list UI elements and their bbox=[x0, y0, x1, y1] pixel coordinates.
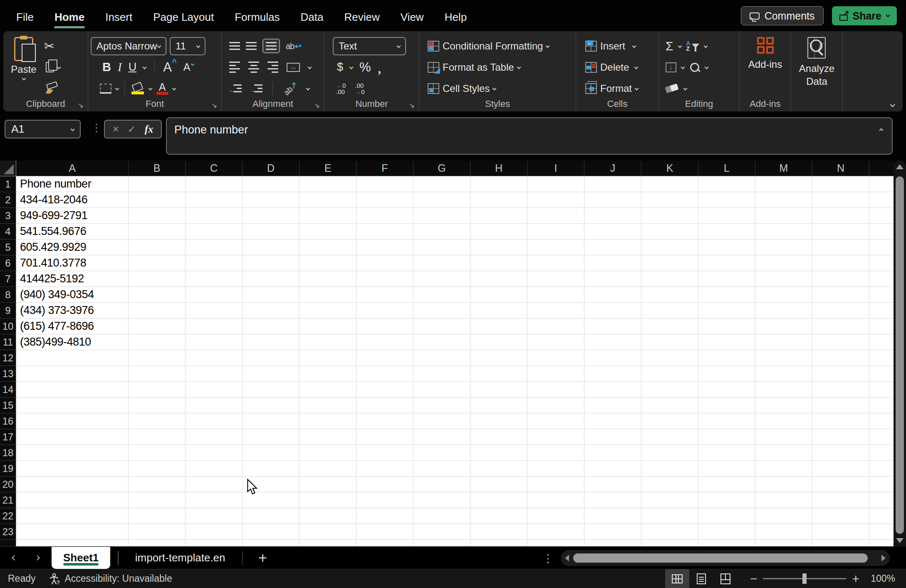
cell-G15[interactable] bbox=[413, 398, 470, 413]
cell-J10[interactable] bbox=[584, 319, 641, 334]
cell-O21[interactable] bbox=[869, 492, 894, 508]
align-bottom-button[interactable] bbox=[262, 39, 280, 53]
cell-D9[interactable] bbox=[243, 303, 300, 319]
chevron-down-icon[interactable] bbox=[678, 44, 682, 48]
orientation-icon[interactable]: ab bbox=[282, 79, 299, 97]
cell-H16[interactable] bbox=[470, 413, 527, 429]
cell-N4[interactable] bbox=[812, 224, 869, 240]
cell-M20[interactable] bbox=[755, 477, 812, 492]
cell-M15[interactable] bbox=[755, 398, 812, 413]
accessibility-status[interactable]: ? Accessibility: Unavailable bbox=[50, 573, 172, 585]
cell-E18[interactable] bbox=[300, 445, 356, 461]
cell-partial-A[interactable] bbox=[16, 540, 129, 546]
normal-view-button[interactable] bbox=[665, 569, 689, 588]
cell-I10[interactable] bbox=[527, 319, 584, 334]
collapse-ribbon-chevron-icon[interactable] bbox=[890, 102, 895, 107]
cell-A14[interactable] bbox=[16, 382, 129, 398]
cell-G3[interactable] bbox=[413, 208, 470, 224]
cell-D14[interactable] bbox=[243, 382, 300, 398]
cell-A18[interactable] bbox=[16, 445, 129, 461]
cell-F18[interactable] bbox=[356, 445, 413, 461]
new-sheet-button[interactable]: + bbox=[248, 552, 278, 564]
cell-K4[interactable] bbox=[641, 224, 698, 240]
cell-A3[interactable]: 949-699-2791 bbox=[16, 208, 129, 224]
chevron-down-icon[interactable] bbox=[705, 65, 709, 69]
menu-tab-file[interactable]: File bbox=[6, 3, 44, 31]
cell-J17[interactable] bbox=[584, 429, 641, 445]
column-header-G[interactable]: G bbox=[413, 161, 470, 176]
cell-G14[interactable] bbox=[413, 382, 470, 398]
menu-tab-insert[interactable]: Insert bbox=[95, 3, 143, 31]
cell-J9[interactable] bbox=[584, 303, 641, 319]
cell-E16[interactable] bbox=[300, 413, 356, 429]
cell-D1[interactable] bbox=[243, 176, 300, 192]
chevron-down-icon[interactable] bbox=[683, 86, 688, 91]
cell-A10[interactable]: (615) 477-8696 bbox=[16, 319, 129, 334]
row-header-16[interactable]: 16 bbox=[0, 413, 16, 429]
cell-F7[interactable] bbox=[356, 271, 413, 287]
font-name-combo[interactable]: Aptos Narrow bbox=[91, 37, 166, 55]
cell-J7[interactable] bbox=[584, 271, 641, 287]
cell-C3[interactable] bbox=[186, 208, 243, 224]
column-header-L[interactable]: L bbox=[698, 161, 755, 176]
row-header-15[interactable]: 15 bbox=[0, 398, 16, 413]
cell-partial-N[interactable] bbox=[812, 540, 869, 546]
cell-K3[interactable] bbox=[641, 208, 698, 224]
cell-O18[interactable] bbox=[869, 445, 894, 461]
cell-H1[interactable] bbox=[470, 176, 527, 192]
cell-G21[interactable] bbox=[413, 492, 470, 508]
cell-K17[interactable] bbox=[641, 429, 698, 445]
cell-I5[interactable] bbox=[527, 240, 584, 255]
cell-E7[interactable] bbox=[300, 271, 356, 287]
cell-F13[interactable] bbox=[356, 366, 413, 382]
cell-partial-J[interactable] bbox=[584, 540, 641, 546]
cell-E8[interactable] bbox=[300, 287, 356, 303]
cell-O23[interactable] bbox=[869, 524, 894, 540]
format-painter-icon[interactable] bbox=[45, 83, 57, 94]
cell-A21[interactable] bbox=[16, 492, 129, 508]
cell-O2[interactable] bbox=[869, 192, 894, 208]
cell-A9[interactable]: (434) 373-3976 bbox=[16, 303, 129, 319]
insert-function-icon[interactable]: fx bbox=[145, 124, 153, 135]
cell-C18[interactable] bbox=[186, 445, 243, 461]
cell-J12[interactable] bbox=[584, 350, 641, 366]
cell-F6[interactable] bbox=[356, 255, 413, 271]
row-header-2[interactable]: 2 bbox=[0, 192, 16, 208]
cell-H20[interactable] bbox=[470, 477, 527, 492]
chevron-down-icon[interactable] bbox=[149, 86, 153, 91]
cell-F4[interactable] bbox=[356, 224, 413, 240]
cell-K16[interactable] bbox=[641, 413, 698, 429]
cell-C9[interactable] bbox=[186, 303, 243, 319]
format-cells-button[interactable]: Format bbox=[583, 78, 656, 99]
cell-B3[interactable] bbox=[129, 208, 186, 224]
cell-L4[interactable] bbox=[698, 224, 755, 240]
cell-O3[interactable] bbox=[869, 208, 894, 224]
cell-C2[interactable] bbox=[186, 192, 243, 208]
percent-format-button[interactable]: % bbox=[359, 60, 371, 75]
cell-O22[interactable] bbox=[869, 508, 894, 524]
cell-L10[interactable] bbox=[698, 319, 755, 334]
cell-C4[interactable] bbox=[186, 224, 243, 240]
cell-J16[interactable] bbox=[584, 413, 641, 429]
align-center-icon[interactable] bbox=[248, 62, 259, 73]
menu-tab-page-layout[interactable]: Page Layout bbox=[143, 3, 224, 31]
cell-B10[interactable] bbox=[129, 319, 186, 334]
alignment-dialog-launcher-icon[interactable] bbox=[314, 102, 320, 109]
cell-I21[interactable] bbox=[527, 492, 584, 508]
cell-D12[interactable] bbox=[243, 350, 300, 366]
cell-F21[interactable] bbox=[356, 492, 413, 508]
menu-tab-data[interactable]: Data bbox=[290, 3, 334, 31]
zoom-in-button[interactable]: + bbox=[846, 575, 869, 583]
cell-E6[interactable] bbox=[300, 255, 356, 271]
cell-C12[interactable] bbox=[186, 350, 243, 366]
cell-M6[interactable] bbox=[755, 255, 812, 271]
find-select-icon[interactable] bbox=[689, 62, 700, 73]
cell-G10[interactable] bbox=[413, 319, 470, 334]
cell-O16[interactable] bbox=[869, 413, 894, 429]
cell-N21[interactable] bbox=[812, 492, 869, 508]
cell-C16[interactable] bbox=[186, 413, 243, 429]
prev-sheet-chevron-icon[interactable] bbox=[12, 555, 17, 561]
cell-G17[interactable] bbox=[413, 429, 470, 445]
chevron-down-icon[interactable] bbox=[143, 65, 147, 69]
cell-C10[interactable] bbox=[186, 319, 243, 334]
